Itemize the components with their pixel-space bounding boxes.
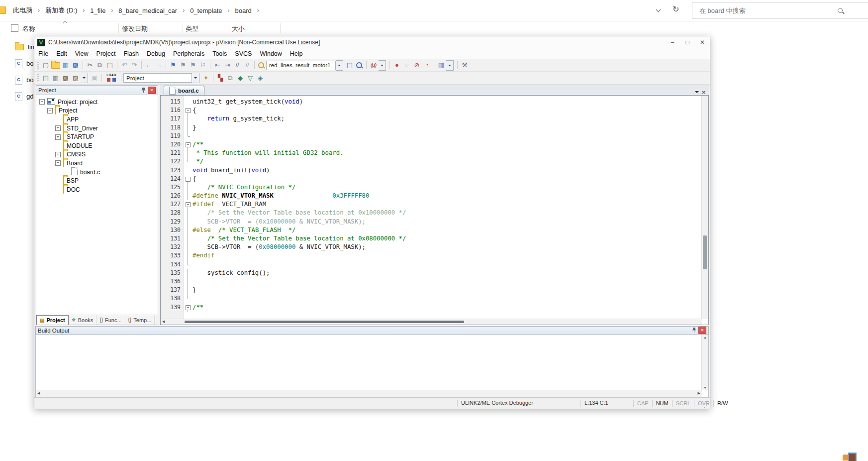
save-icon[interactable]: ▦ (61, 60, 71, 70)
uncomment-selection-icon[interactable]: // (242, 60, 252, 70)
menu-edit[interactable]: Edit (52, 50, 71, 57)
debug-windows-icon[interactable]: ▦ (436, 60, 446, 70)
search-combobox-dropdown[interactable] (336, 60, 343, 71)
breadcrumb-item[interactable]: 1_file (90, 7, 105, 14)
tree-item-board[interactable]: −Board (36, 159, 158, 168)
address-dropdown-icon[interactable] (656, 7, 661, 12)
fold-marker[interactable] (185, 140, 193, 149)
breadcrumb-item[interactable]: 此电脑 (13, 6, 32, 15)
menu-peripherals[interactable]: Peripherals (169, 50, 208, 57)
clear-breakpoints-icon[interactable]: ◔ (422, 60, 432, 70)
batch-build-dropdown[interactable] (81, 73, 88, 83)
output-vertical-scrollbar[interactable]: ▲ ▼ (701, 335, 708, 390)
maximize-button[interactable]: □ (680, 36, 695, 48)
kill-breakpoint-icon[interactable]: ⊘ (412, 60, 422, 70)
tree-item-doc[interactable]: DOC (36, 185, 158, 194)
copy-icon[interactable]: ⧉ (95, 60, 105, 70)
open-folder-icon[interactable] (51, 60, 61, 70)
build-output-content[interactable]: ▲ ▼ ◀ ▶ (35, 335, 709, 397)
search-combobox[interactable]: red_lines_result_motor1_ (266, 61, 336, 70)
batch-build-icon[interactable]: ▨ (71, 73, 81, 83)
menu-project[interactable]: Project (93, 50, 120, 57)
close-panel-icon[interactable]: × (148, 87, 156, 94)
scroll-up-icon[interactable]: ▲ (703, 336, 707, 339)
minimize-button[interactable]: – (665, 36, 680, 48)
menu-svcs[interactable]: SVCS (231, 50, 256, 57)
panel-tab-project[interactable]: ▤Project (36, 315, 69, 325)
tree-item-bsp[interactable]: BSP (36, 176, 158, 185)
bookmark-clear-icon[interactable]: ⚐ (198, 60, 208, 70)
column-header-2[interactable]: 类型 (186, 24, 198, 33)
indent-decrease-icon[interactable]: ⇤ (212, 60, 222, 70)
column-header-3[interactable]: 大小 (232, 24, 245, 33)
download-flash-icon[interactable]: LOAD (104, 73, 119, 83)
tree-expander-icon[interactable]: + (55, 125, 61, 131)
translate-icon[interactable]: ▤ (41, 73, 51, 83)
bookmark-next-icon[interactable]: ⚑ (188, 60, 198, 70)
panel-tab-func[interactable]: {}Func... (96, 315, 125, 325)
menu-debug[interactable]: Debug (143, 50, 169, 57)
tree-item-module[interactable]: MODULE (36, 141, 158, 150)
debug-windows-dropdown[interactable] (446, 60, 454, 71)
tab-list-dropdown-icon[interactable] (695, 91, 699, 95)
target-select-dropdown[interactable] (192, 73, 199, 83)
configure-wrench-icon[interactable]: ⚒ (460, 60, 470, 70)
code-editor[interactable]: 115uint32_t get_system_tick(void)116{117… (160, 96, 709, 325)
scroll-right-icon[interactable]: ▶ (698, 391, 700, 395)
tree-item-startup[interactable]: +STARTUP (36, 132, 158, 141)
breadcrumb-item[interactable]: board (235, 7, 251, 14)
column-header-1[interactable]: 修改日期 (122, 24, 148, 33)
menu-window[interactable]: Window (256, 50, 286, 57)
breadcrumb-item[interactable]: 8_bare_medical_car (118, 7, 177, 14)
tree-item-cmsis[interactable]: +CMSIS (36, 150, 158, 159)
insert-breakpoint-icon[interactable]: ● (392, 60, 402, 70)
tree-expander-icon[interactable]: − (55, 160, 61, 166)
software-packs-icon[interactable]: ◈ (255, 73, 265, 83)
lookup-symbol-dropdown[interactable] (379, 60, 386, 71)
bookmark-prev-icon[interactable]: ⚑ (178, 60, 188, 70)
tree-item-board-c[interactable]: board.c (36, 168, 158, 177)
tree-item-app[interactable]: APP (36, 115, 158, 124)
menu-file[interactable]: File (34, 50, 52, 57)
paste-icon[interactable]: ▤ (105, 60, 115, 70)
close-document-icon[interactable]: ✕ (702, 90, 706, 95)
select-all-checkbox[interactable] (11, 24, 18, 32)
panel-tab-temp[interactable]: {}Temp... (125, 315, 155, 325)
fold-marker[interactable] (185, 200, 193, 209)
bookmark-toggle-icon[interactable]: ⚑ (168, 60, 178, 70)
column-header-0[interactable]: 名称 (22, 24, 35, 33)
new-file-icon[interactable]: ▢ (41, 60, 51, 70)
window-layers-icon[interactable]: ⧉ (225, 73, 235, 83)
options-for-target-icon[interactable]: ✦ (201, 73, 211, 83)
tree-expander-icon[interactable]: − (47, 108, 53, 114)
vertical-scroll-thumb[interactable] (703, 235, 707, 269)
rebuild-icon[interactable]: ▩ (61, 73, 71, 83)
editor-vertical-scrollbar[interactable] (701, 96, 708, 319)
redo-icon[interactable]: ↷ (129, 60, 139, 70)
fold-marker[interactable] (185, 106, 193, 115)
taskbar-peek-icon[interactable] (843, 452, 858, 461)
project-panel-header[interactable]: Project × (36, 86, 158, 95)
close-button[interactable]: ✕ (695, 36, 710, 48)
scroll-left-icon[interactable]: ◀ (162, 320, 165, 324)
menu-view[interactable]: View (71, 50, 93, 57)
scroll-left-icon[interactable]: ◀ (37, 391, 40, 395)
title-bar[interactable]: V C:\Users\win\Downloads\test\project\MD… (34, 36, 710, 48)
indent-increase-icon[interactable]: ⇥ (222, 60, 232, 70)
menu-help[interactable]: Help (286, 50, 307, 57)
manage-rte-icon[interactable]: ◆ (235, 73, 245, 83)
build-icon[interactable]: ▦ (51, 73, 61, 83)
output-horizontal-scrollbar[interactable]: ◀ ▶ (36, 390, 702, 397)
fold-marker[interactable] (185, 175, 193, 183)
panel-tab-books[interactable]: ❖Books (69, 315, 97, 325)
search-input[interactable]: 在 board 中搜索 (692, 2, 868, 19)
tree-item-project-project[interactable]: −Project: project (36, 98, 158, 107)
editor-horizontal-scrollbar[interactable]: ◀ (161, 319, 702, 325)
find-icon[interactable] (355, 61, 364, 70)
navigate-back-icon[interactable]: ← (144, 60, 154, 70)
find-in-document-icon[interactable]: ▤ (345, 60, 355, 70)
stop-build-icon[interactable]: ▣ (90, 73, 99, 83)
tree-expander-icon[interactable]: − (39, 99, 45, 105)
toolbar-grip[interactable] (37, 62, 39, 69)
tree-item-std-driver[interactable]: +STD_Driver (36, 124, 158, 133)
